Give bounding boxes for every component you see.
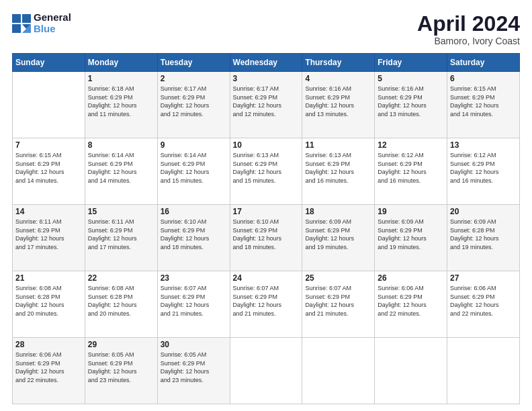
- day-number: 27: [450, 273, 517, 283]
- day-info: Sunrise: 6:15 AM Sunset: 6:29 PM Dayligh…: [15, 151, 82, 185]
- logo-icon: [12, 14, 31, 33]
- calendar-cell: [13, 72, 85, 138]
- day-number: 3: [233, 74, 300, 83]
- calendar-cell: 4Sunrise: 6:16 AM Sunset: 6:29 PM Daylig…: [302, 72, 375, 138]
- svg-rect-0: [12, 14, 21, 23]
- day-number: 18: [305, 207, 371, 216]
- day-info: Sunrise: 6:18 AM Sunset: 6:29 PM Dayligh…: [88, 85, 154, 118]
- day-number: 12: [378, 140, 444, 150]
- day-info: Sunrise: 6:08 AM Sunset: 6:28 PM Dayligh…: [88, 284, 154, 318]
- day-number: 22: [88, 273, 154, 283]
- calendar-cell: 26Sunrise: 6:06 AM Sunset: 6:29 PM Dayli…: [375, 271, 447, 338]
- weekday-header-tuesday: Tuesday: [157, 54, 230, 72]
- calendar-cell: 5Sunrise: 6:16 AM Sunset: 6:29 PM Daylig…: [375, 72, 447, 138]
- calendar-cell: 21Sunrise: 6:08 AM Sunset: 6:28 PM Dayli…: [13, 271, 85, 338]
- day-number: 26: [378, 273, 444, 283]
- calendar-cell: 20Sunrise: 6:09 AM Sunset: 6:28 PM Dayli…: [447, 205, 520, 271]
- day-number: 8: [88, 140, 154, 150]
- calendar-cell: 14Sunrise: 6:11 AM Sunset: 6:29 PM Dayli…: [13, 205, 85, 271]
- day-number: 5: [378, 74, 444, 83]
- day-info: Sunrise: 6:08 AM Sunset: 6:28 PM Dayligh…: [15, 284, 82, 318]
- calendar-cell: 7Sunrise: 6:15 AM Sunset: 6:29 PM Daylig…: [13, 138, 85, 205]
- day-info: Sunrise: 6:12 AM Sunset: 6:29 PM Dayligh…: [450, 151, 517, 185]
- calendar-cell: 10Sunrise: 6:13 AM Sunset: 6:29 PM Dayli…: [230, 138, 302, 205]
- svg-rect-2: [12, 24, 21, 33]
- calendar-cell: 6Sunrise: 6:15 AM Sunset: 6:29 PM Daylig…: [447, 72, 520, 138]
- calendar-cell: 11Sunrise: 6:13 AM Sunset: 6:29 PM Dayli…: [302, 138, 375, 205]
- calendar-cell: 29Sunrise: 6:05 AM Sunset: 6:29 PM Dayli…: [85, 338, 157, 404]
- day-info: Sunrise: 6:06 AM Sunset: 6:29 PM Dayligh…: [15, 351, 82, 384]
- svg-rect-1: [22, 14, 31, 23]
- calendar-cell: 15Sunrise: 6:11 AM Sunset: 6:29 PM Dayli…: [85, 205, 157, 271]
- calendar-cell: 19Sunrise: 6:09 AM Sunset: 6:29 PM Dayli…: [375, 205, 447, 271]
- week-row-1: 1Sunrise: 6:18 AM Sunset: 6:29 PM Daylig…: [13, 72, 520, 138]
- calendar-cell: 2Sunrise: 6:17 AM Sunset: 6:29 PM Daylig…: [157, 72, 230, 138]
- day-number: 19: [378, 207, 444, 216]
- day-number: 28: [15, 340, 82, 349]
- day-number: 20: [450, 207, 517, 216]
- day-info: Sunrise: 6:12 AM Sunset: 6:29 PM Dayligh…: [378, 151, 444, 185]
- calendar-cell: [230, 338, 302, 404]
- calendar-cell: 23Sunrise: 6:07 AM Sunset: 6:29 PM Dayli…: [157, 271, 230, 338]
- day-info: Sunrise: 6:17 AM Sunset: 6:29 PM Dayligh…: [161, 85, 227, 118]
- day-info: Sunrise: 6:11 AM Sunset: 6:29 PM Dayligh…: [88, 218, 154, 251]
- day-info: Sunrise: 6:07 AM Sunset: 6:29 PM Dayligh…: [161, 284, 227, 318]
- day-info: Sunrise: 6:10 AM Sunset: 6:29 PM Dayligh…: [233, 218, 300, 251]
- day-info: Sunrise: 6:09 AM Sunset: 6:28 PM Dayligh…: [450, 218, 517, 251]
- header: General Blue April 2024 Bamoro, Ivory Co…: [12, 12, 520, 46]
- calendar-cell: 27Sunrise: 6:06 AM Sunset: 6:29 PM Dayli…: [447, 271, 520, 338]
- calendar-subtitle: Bamoro, Ivory Coast: [417, 36, 520, 46]
- page: General Blue April 2024 Bamoro, Ivory Co…: [0, 0, 532, 411]
- day-number: 2: [161, 74, 227, 83]
- day-info: Sunrise: 6:15 AM Sunset: 6:29 PM Dayligh…: [450, 85, 517, 118]
- day-info: Sunrise: 6:14 AM Sunset: 6:29 PM Dayligh…: [161, 151, 227, 185]
- weekday-header-sunday: Sunday: [13, 54, 85, 72]
- week-row-3: 14Sunrise: 6:11 AM Sunset: 6:29 PM Dayli…: [13, 205, 520, 271]
- calendar-table: SundayMondayTuesdayWednesdayThursdayFrid…: [12, 53, 520, 404]
- day-number: 24: [233, 273, 300, 283]
- logo-text: General Blue: [34, 12, 71, 34]
- day-number: 30: [161, 340, 227, 349]
- calendar-cell: 1Sunrise: 6:18 AM Sunset: 6:29 PM Daylig…: [85, 72, 157, 138]
- calendar-cell: 13Sunrise: 6:12 AM Sunset: 6:29 PM Dayli…: [447, 138, 520, 205]
- day-number: 10: [233, 140, 300, 150]
- week-row-5: 28Sunrise: 6:06 AM Sunset: 6:29 PM Dayli…: [13, 338, 520, 404]
- day-info: Sunrise: 6:07 AM Sunset: 6:29 PM Dayligh…: [233, 284, 300, 318]
- calendar-cell: [302, 338, 375, 404]
- weekday-header-thursday: Thursday: [302, 54, 375, 72]
- day-number: 4: [305, 74, 371, 83]
- day-info: Sunrise: 6:16 AM Sunset: 6:29 PM Dayligh…: [378, 85, 444, 118]
- weekday-header-row: SundayMondayTuesdayWednesdayThursdayFrid…: [13, 54, 520, 72]
- day-number: 13: [450, 140, 517, 150]
- day-info: Sunrise: 6:14 AM Sunset: 6:29 PM Dayligh…: [88, 151, 154, 185]
- calendar-title: April 2024: [417, 12, 520, 36]
- day-info: Sunrise: 6:05 AM Sunset: 6:29 PM Dayligh…: [161, 351, 227, 384]
- calendar-cell: 17Sunrise: 6:10 AM Sunset: 6:29 PM Dayli…: [230, 205, 302, 271]
- day-number: 16: [161, 207, 227, 216]
- day-number: 6: [450, 74, 517, 83]
- weekday-header-monday: Monday: [85, 54, 157, 72]
- day-info: Sunrise: 6:10 AM Sunset: 6:29 PM Dayligh…: [161, 218, 227, 251]
- day-number: 7: [15, 140, 82, 150]
- day-number: 15: [88, 207, 154, 216]
- day-info: Sunrise: 6:05 AM Sunset: 6:29 PM Dayligh…: [88, 351, 154, 384]
- calendar-cell: 16Sunrise: 6:10 AM Sunset: 6:29 PM Dayli…: [157, 205, 230, 271]
- day-info: Sunrise: 6:13 AM Sunset: 6:29 PM Dayligh…: [233, 151, 300, 185]
- day-info: Sunrise: 6:16 AM Sunset: 6:29 PM Dayligh…: [305, 85, 371, 118]
- day-info: Sunrise: 6:17 AM Sunset: 6:29 PM Dayligh…: [233, 85, 300, 118]
- calendar-cell: 8Sunrise: 6:14 AM Sunset: 6:29 PM Daylig…: [85, 138, 157, 205]
- weekday-header-saturday: Saturday: [447, 54, 520, 72]
- calendar-cell: 25Sunrise: 6:07 AM Sunset: 6:29 PM Dayli…: [302, 271, 375, 338]
- day-info: Sunrise: 6:09 AM Sunset: 6:29 PM Dayligh…: [305, 218, 371, 251]
- day-info: Sunrise: 6:13 AM Sunset: 6:29 PM Dayligh…: [305, 151, 371, 185]
- day-info: Sunrise: 6:09 AM Sunset: 6:29 PM Dayligh…: [378, 218, 444, 251]
- weekday-header-friday: Friday: [375, 54, 447, 72]
- calendar-cell: 18Sunrise: 6:09 AM Sunset: 6:29 PM Dayli…: [302, 205, 375, 271]
- logo: General Blue: [12, 12, 71, 34]
- title-block: April 2024 Bamoro, Ivory Coast: [417, 12, 520, 46]
- day-info: Sunrise: 6:06 AM Sunset: 6:29 PM Dayligh…: [378, 284, 444, 318]
- calendar-cell: [447, 338, 520, 404]
- day-info: Sunrise: 6:06 AM Sunset: 6:29 PM Dayligh…: [450, 284, 517, 318]
- weekday-header-wednesday: Wednesday: [230, 54, 302, 72]
- day-number: 17: [233, 207, 300, 216]
